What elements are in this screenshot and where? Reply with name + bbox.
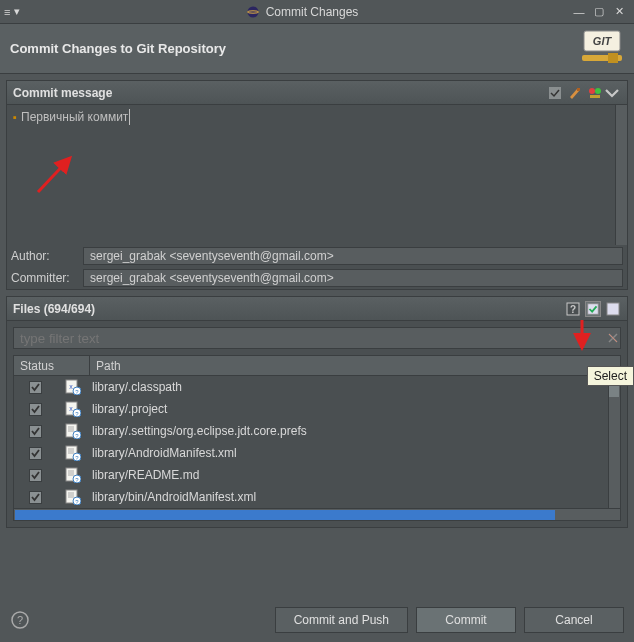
file-path: library/AndroidManifest.xml — [90, 446, 620, 460]
filter-input[interactable] — [13, 327, 621, 349]
svg-text:GIT: GIT — [593, 35, 613, 47]
row-checkbox[interactable] — [14, 469, 56, 482]
commit-push-button[interactable]: Commit and Push — [275, 607, 408, 633]
svg-point-8 — [589, 88, 595, 94]
warning-marker-icon: ▪ — [13, 111, 17, 123]
files-title: Files (694/694) — [13, 302, 95, 316]
clear-filter-icon[interactable] — [606, 331, 620, 345]
author-label: Author: — [11, 249, 77, 263]
table-row[interactable]: x?library/.project — [14, 398, 620, 420]
eclipse-icon — [246, 5, 260, 19]
commit-message-input[interactable]: ▪ Первичный коммит — [7, 105, 627, 245]
svg-rect-14 — [607, 303, 619, 315]
commit-message-text: Первичный коммит — [21, 109, 130, 125]
file-icon: ? — [56, 423, 90, 439]
svg-rect-6 — [549, 87, 561, 99]
file-path: library/.settings/org.eclipse.jdt.core.p… — [90, 424, 620, 438]
row-checkbox[interactable] — [14, 491, 56, 504]
commit-button[interactable]: Commit — [416, 607, 516, 633]
files-section: Files (694/694) ? Status Path — [6, 296, 628, 528]
commit-message-section: Commit message ▪ Первичный коммит Author… — [6, 80, 628, 290]
maximize-button[interactable]: ▢ — [592, 5, 606, 19]
titlebar: ≡ ▾ Commit Changes — ▢ ✕ — [0, 0, 634, 24]
file-icon: x? — [56, 401, 90, 417]
files-table: Status Path x?library/.classpathx?librar… — [13, 355, 621, 521]
menu-dropdown-icon[interactable]: ▾ — [14, 5, 20, 18]
row-checkbox[interactable] — [14, 381, 56, 394]
section-menu-icon[interactable] — [603, 84, 621, 102]
cancel-button[interactable]: Cancel — [524, 607, 624, 633]
svg-point-9 — [595, 88, 601, 94]
row-checkbox[interactable] — [14, 447, 56, 460]
select-all-icon[interactable] — [585, 301, 601, 317]
table-row[interactable]: x?library/.classpath — [14, 376, 620, 398]
menu-icon[interactable]: ≡ — [4, 6, 10, 18]
svg-rect-10 — [590, 95, 600, 98]
close-button[interactable]: ✕ — [612, 5, 626, 19]
file-icon: x? — [56, 379, 90, 395]
button-bar: ? Commit and Push Commit Cancel — [0, 598, 634, 642]
column-path[interactable]: Path — [90, 356, 620, 375]
table-row[interactable]: ?library/README.md — [14, 464, 620, 486]
tooltip: Select — [587, 366, 634, 386]
svg-text:?: ? — [570, 304, 576, 315]
file-path: library/bin/AndroidManifest.xml — [90, 490, 620, 504]
file-icon: ? — [56, 445, 90, 461]
svg-rect-7 — [577, 88, 580, 91]
svg-rect-5 — [608, 53, 618, 63]
minimize-button[interactable]: — — [572, 5, 586, 19]
commit-message-title: Commit message — [13, 86, 112, 100]
file-path: library/README.md — [90, 468, 620, 482]
dialog-header: Commit Changes to Git Repository GIT — [0, 24, 634, 74]
row-checkbox[interactable] — [14, 403, 56, 416]
window-title: Commit Changes — [266, 5, 359, 19]
committer-label: Committer: — [11, 271, 77, 285]
message-scrollbar[interactable] — [615, 105, 627, 245]
table-hscrollbar[interactable] — [14, 508, 620, 520]
amend-icon[interactable] — [547, 85, 563, 101]
table-row[interactable]: ?library/bin/AndroidManifest.xml — [14, 486, 620, 508]
svg-text:x: x — [69, 383, 73, 390]
help-icon[interactable]: ? — [10, 610, 30, 630]
svg-text:x: x — [69, 405, 73, 412]
file-icon: ? — [56, 489, 90, 505]
table-vscrollbar[interactable] — [608, 376, 620, 508]
row-checkbox[interactable] — [14, 425, 56, 438]
committer-field[interactable]: sergei_grabak <seventyseventh@gmail.com> — [83, 269, 623, 287]
table-row[interactable]: ?library/AndroidManifest.xml — [14, 442, 620, 464]
column-status[interactable]: Status — [14, 356, 90, 375]
file-icon: ? — [56, 467, 90, 483]
dialog-title: Commit Changes to Git Repository — [10, 41, 226, 56]
deselect-all-icon[interactable] — [605, 301, 621, 317]
gerrit-icon[interactable] — [587, 85, 603, 101]
git-icon: GIT — [580, 29, 624, 68]
table-row[interactable]: ?library/.settings/org.eclipse.jdt.core.… — [14, 420, 620, 442]
file-path: library/.project — [90, 402, 620, 416]
unknown-icon[interactable]: ? — [565, 301, 581, 317]
signoff-icon[interactable] — [567, 85, 583, 101]
svg-point-0 — [247, 6, 258, 17]
file-path: library/.classpath — [90, 380, 620, 394]
svg-rect-13 — [588, 303, 599, 314]
svg-text:?: ? — [17, 614, 23, 626]
author-field[interactable]: sergei_grabak <seventyseventh@gmail.com> — [83, 247, 623, 265]
